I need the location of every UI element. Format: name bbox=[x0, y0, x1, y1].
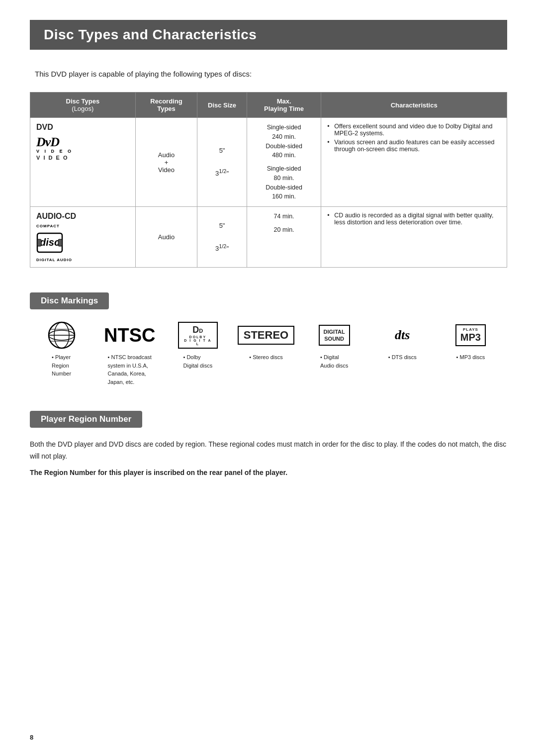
mp3-label: • MP3 discs bbox=[456, 353, 485, 362]
col-header-disc-types: Disc Types(Logos) bbox=[30, 93, 136, 118]
col-header-disc-size: Disc Size bbox=[197, 93, 247, 118]
dvd-char-1: Offers excellent sound and video due to … bbox=[327, 123, 501, 137]
audiocd-size-3half: 31/2" bbox=[203, 243, 241, 252]
table-row-dvd: DVD DvD V I D E O V I D E O Audio+Video … bbox=[30, 118, 507, 207]
dvd-size-3half: 31/2" bbox=[203, 168, 241, 177]
dvd-char-list: Offers excellent sound and video due to … bbox=[327, 123, 501, 153]
dolby-digital-label: DOLBYD I G I T A L bbox=[182, 335, 214, 346]
dvd-video-label: V I D E O bbox=[36, 155, 68, 161]
audiocd-char-list: CD audio is recorded as a digital signal… bbox=[327, 212, 501, 226]
dolby-icon: DD DOLBYD I G I T A L bbox=[178, 322, 218, 349]
marking-item-dts: dts • DTS discs bbox=[371, 320, 434, 362]
dolby-dbl-text: DD bbox=[182, 325, 214, 335]
mp3-icon: PLAYS MP3 bbox=[455, 324, 486, 346]
col-header-characteristics: Characteristics bbox=[321, 93, 507, 118]
audiocd-label: AUDIO-CD bbox=[36, 212, 129, 221]
audiocd-char-cell: CD audio is recorded as a digital signal… bbox=[321, 207, 507, 268]
dvd-recording-cell: Audio+Video bbox=[135, 118, 197, 207]
disc-markings-header: Disc Markings bbox=[30, 292, 109, 309]
dts-icon-box: dts bbox=[382, 320, 422, 350]
marking-item-dolby: DD DOLBYD I G I T A L • DolbyDigital dis… bbox=[166, 320, 229, 370]
ntsc-icon-box: NTSC bbox=[110, 320, 150, 350]
mp3-label-text: MP3 bbox=[460, 332, 481, 343]
cd-disc-svg: disc bbox=[36, 229, 71, 257]
page-number: 8 bbox=[30, 734, 33, 741]
mp3-plays-text: PLAYS bbox=[460, 327, 481, 332]
digital-sound-icon-box: DIGITALSOUND bbox=[314, 320, 354, 350]
stereo-icon: STEREO bbox=[238, 326, 294, 345]
player-region-section: Player Region Number Both the DVD player… bbox=[30, 411, 507, 476]
dvd-time-3inch: Single-sided80 min.Double-sided160 min. bbox=[253, 164, 315, 201]
marking-item-mp3: PLAYS MP3 • MP3 discs bbox=[439, 320, 502, 362]
dolby-icon-box: DD DOLBYD I G I T A L bbox=[178, 320, 218, 350]
cd-digital-audio-text: DIGITAL AUDIO bbox=[36, 258, 72, 262]
title-bar: Disc Types and Characteristics bbox=[30, 20, 507, 50]
dvd-logo: DvD V I D E O V I D E O bbox=[36, 135, 129, 161]
svg-text:disc: disc bbox=[40, 237, 60, 248]
marking-item-stereo: STEREO • Stereo discs bbox=[234, 320, 297, 362]
dvd-type-cell: DVD DvD V I D E O V I D E O bbox=[30, 118, 136, 207]
audiocd-type-cell: AUDIO-CD COMPACT disc bbox=[30, 207, 136, 268]
mp3-icon-box: PLAYS MP3 bbox=[450, 320, 490, 350]
dvd-char-2: Various screen and audio features can be… bbox=[327, 139, 501, 153]
dts-icon: dts bbox=[395, 328, 410, 343]
audiocd-char-1: CD audio is recorded as a digital signal… bbox=[327, 212, 501, 226]
col-header-playing-time: Max.Playing Time bbox=[247, 93, 321, 118]
dvd-time-5inch: Single-sided240 min.Double-sided480 min. bbox=[253, 123, 315, 160]
player-region-header: Player Region Number bbox=[30, 411, 142, 428]
globe-icon-box bbox=[42, 320, 82, 350]
audiocd-recording-cell: Audio bbox=[135, 207, 197, 268]
audiocd-time-3inch: 20 min. bbox=[253, 225, 315, 235]
globe-label: • PlayerRegionNumber bbox=[52, 353, 71, 378]
svg-rect-2 bbox=[37, 239, 41, 246]
dvd-time-cell: Single-sided240 min.Double-sided480 min.… bbox=[247, 118, 321, 207]
marking-item-digital-sound: DIGITALSOUND • DigitalAudio discs bbox=[303, 320, 366, 370]
audiocd-time-cell: 74 min. 20 min. bbox=[247, 207, 321, 268]
stereo-label: • Stereo discs bbox=[249, 353, 282, 362]
dvd-size-5: 5" bbox=[203, 147, 241, 154]
marking-item-globe: • PlayerRegionNumber bbox=[30, 320, 93, 378]
disc-markings-section: Disc Markings • PlayerRegionNumber bbox=[30, 292, 507, 386]
region-bold-note: The Region Number for this player is ins… bbox=[30, 469, 507, 476]
svg-rect-3 bbox=[58, 239, 62, 246]
audiocd-size-cell: 5" 31/2" bbox=[197, 207, 247, 268]
region-description: Both the DVD player and DVD discs are co… bbox=[30, 439, 507, 463]
dvd-label: DVD bbox=[36, 123, 129, 132]
dvd-size-cell: 5" 31/2" bbox=[197, 118, 247, 207]
disc-types-table: Disc Types(Logos) RecordingTypes Disc Si… bbox=[30, 92, 507, 268]
dvd-logo-text: DvD bbox=[36, 135, 59, 150]
col-header-recording: RecordingTypes bbox=[135, 93, 197, 118]
dolby-label: • DolbyDigital discs bbox=[183, 353, 213, 370]
dts-label: • DTS discs bbox=[388, 353, 417, 362]
marking-item-ntsc: NTSC • NTSC broadcastsystem in U.S.A,Can… bbox=[98, 320, 161, 386]
markings-grid: • PlayerRegionNumber NTSC • NTSC broadca… bbox=[30, 320, 507, 386]
table-row-audiocd: AUDIO-CD COMPACT disc bbox=[30, 207, 507, 268]
ntsc-icon: NTSC bbox=[104, 326, 155, 345]
ntsc-label: • NTSC broadcastsystem in U.S.A,Canada, … bbox=[108, 353, 152, 386]
intro-text: This DVD player is capable of playing th… bbox=[35, 70, 507, 78]
audiocd-size-5: 5" bbox=[203, 222, 241, 229]
globe-icon bbox=[47, 321, 76, 350]
audiocd-time-5inch: 74 min. bbox=[253, 212, 315, 221]
cd-logo: COMPACT disc DIGITAL AUDIO bbox=[36, 224, 129, 262]
page-title: Disc Types and Characteristics bbox=[44, 27, 493, 43]
digital-sound-icon: DIGITALSOUND bbox=[319, 325, 350, 346]
cd-compact-text: COMPACT bbox=[36, 224, 60, 228]
dvd-video-text: V I D E O bbox=[36, 149, 73, 154]
stereo-icon-box: STEREO bbox=[246, 320, 286, 350]
digital-sound-label: • DigitalAudio discs bbox=[320, 353, 348, 370]
dvd-char-cell: Offers excellent sound and video due to … bbox=[321, 118, 507, 207]
